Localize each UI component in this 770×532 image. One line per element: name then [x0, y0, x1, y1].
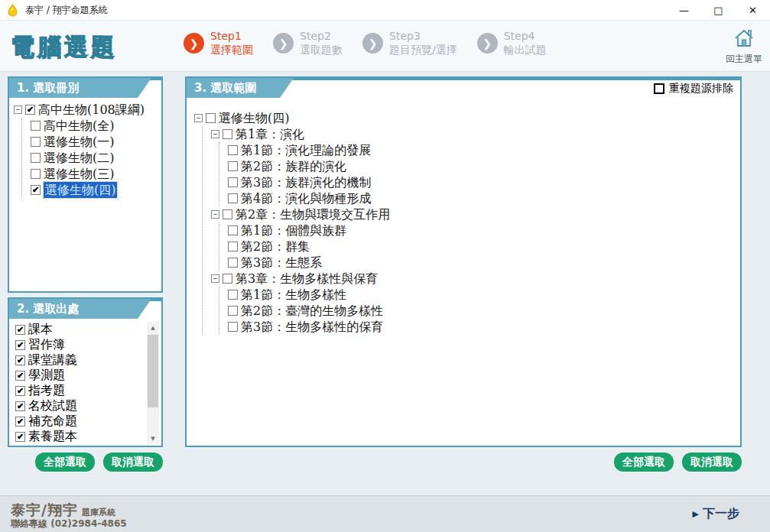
list-item[interactable]: ✔指考題: [15, 383, 145, 398]
checkbox[interactable]: [228, 161, 238, 171]
tree-item-label[interactable]: 第1節：生物多樣性: [241, 287, 346, 303]
checkbox[interactable]: [223, 129, 232, 139]
tree-item-label[interactable]: 第1節：演化理論的發展: [241, 142, 371, 158]
tree-item[interactable]: 選修生物(二): [22, 150, 158, 166]
tree-item-chapter[interactable]: −第1章：演化: [203, 126, 737, 142]
tree-item[interactable]: 選修生物(一): [22, 134, 158, 150]
checkbox[interactable]: ✔: [15, 325, 25, 335]
list-item[interactable]: ✔課堂講義: [15, 352, 145, 368]
checkbox[interactable]: [206, 113, 216, 123]
select-all-sources-button[interactable]: 全部選取: [35, 453, 95, 472]
tree-item-chapter[interactable]: −第2章：生物與環境交互作用: [203, 206, 737, 222]
checkbox[interactable]: [228, 322, 238, 332]
checkbox[interactable]: [228, 242, 238, 251]
tree-item-section[interactable]: 第2節：群集: [219, 238, 737, 255]
checkbox[interactable]: [31, 169, 41, 179]
list-item[interactable]: ✔學測題: [15, 368, 145, 383]
tree-item-label[interactable]: 第1節：個體與族群: [241, 222, 346, 238]
tree-item[interactable]: ✔選修生物(四): [22, 182, 158, 198]
tree-item-section[interactable]: 第1節：生物多樣性: [219, 287, 737, 303]
checkbox[interactable]: ✔: [15, 355, 25, 365]
tree-item[interactable]: 高中生物(全): [22, 118, 158, 134]
expander-icon[interactable]: −: [194, 114, 203, 122]
checkbox[interactable]: [31, 153, 41, 163]
checkbox[interactable]: [228, 306, 238, 316]
minimize-button[interactable]: —: [667, 0, 701, 20]
list-item[interactable]: ✔名校試題: [15, 398, 145, 414]
tree-item-label[interactable]: 選修生物(四): [219, 110, 289, 126]
checkbox[interactable]: ✔: [31, 185, 41, 195]
tree-item[interactable]: 選修生物(三): [22, 166, 158, 182]
tree-item-label[interactable]: 選修生物(二): [44, 150, 114, 166]
tree-item-section[interactable]: 第1節：個體與族群: [219, 222, 737, 238]
expander-icon[interactable]: −: [211, 130, 219, 138]
tree-item-label[interactable]: 選修生物(三): [44, 166, 114, 182]
tree-item-section[interactable]: 第1節：演化理論的發展: [219, 142, 737, 158]
tree-item-label[interactable]: 第3章：生物多樣性與保育: [236, 271, 378, 287]
expander-icon[interactable]: −: [14, 105, 22, 114]
checkbox[interactable]: [228, 225, 238, 235]
checkbox[interactable]: ✔: [25, 105, 35, 115]
scrollbar-thumb[interactable]: [148, 335, 158, 407]
tree-item-label[interactable]: 第1章：演化: [236, 126, 304, 142]
tree-item-label[interactable]: 高中生物(全): [44, 118, 114, 134]
step-4[interactable]: ❯Step4輸出試題: [477, 30, 547, 57]
checkbox[interactable]: [228, 290, 238, 300]
list-item[interactable]: ✔補充命題: [15, 414, 145, 429]
checkbox[interactable]: ✔: [15, 417, 25, 427]
checkbox[interactable]: [228, 258, 238, 268]
deselect-sources-button[interactable]: 取消選取: [103, 453, 163, 472]
list-item[interactable]: ✔素養題本: [15, 429, 145, 444]
scrollbar[interactable]: ▲ ▼: [147, 322, 159, 444]
checkbox[interactable]: [223, 209, 232, 219]
tree-item-label[interactable]: 第3節：族群演化的機制: [241, 174, 371, 190]
close-button[interactable]: ✕: [736, 0, 770, 20]
tree-item-label[interactable]: 第2章：生物與環境交互作用: [236, 206, 390, 222]
step-2[interactable]: ❯Step2選取題數: [273, 30, 343, 57]
tree-item-chapter[interactable]: −第3章：生物多樣性與保育: [203, 271, 737, 287]
maximize-button[interactable]: □: [701, 0, 736, 20]
next-step-button[interactable]: ▶ 下一步: [693, 506, 739, 522]
checkbox[interactable]: ✔: [15, 386, 25, 396]
checkbox[interactable]: ✔: [15, 340, 25, 350]
checkbox[interactable]: [31, 137, 41, 147]
checkbox[interactable]: ✔: [15, 432, 25, 442]
tree-item-section[interactable]: 第3節：生物多樣性的保育: [219, 319, 737, 335]
tree-item-label[interactable]: 第4節：演化與物種形成: [241, 190, 371, 206]
scroll-down-icon[interactable]: ▼: [147, 433, 159, 444]
tree-item-root[interactable]: −✔高中生物(108課綱): [14, 102, 158, 118]
tree-item-label[interactable]: 高中生物(108課綱): [38, 102, 145, 118]
checkbox[interactable]: [228, 145, 238, 155]
home-button[interactable]: 回主選單: [724, 28, 764, 66]
tree-item-label[interactable]: 第3節：生態系: [241, 255, 322, 271]
checkbox[interactable]: [228, 177, 238, 187]
dedup-checkbox[interactable]: [654, 83, 664, 94]
checkbox[interactable]: [223, 274, 232, 284]
expander-icon[interactable]: −: [211, 274, 219, 283]
checkbox[interactable]: [31, 121, 41, 131]
list-item[interactable]: ✔課本: [15, 322, 145, 337]
tree-item-label[interactable]: 選修生物(四): [44, 182, 117, 198]
tree-item-label[interactable]: 第2節：族群的演化: [241, 158, 346, 174]
tree-item-label[interactable]: 第2節：群集: [241, 238, 310, 255]
scroll-up-icon[interactable]: ▲: [147, 322, 159, 333]
tree-item-section[interactable]: 第4節：演化與物種形成: [219, 190, 737, 206]
expander-icon[interactable]: −: [211, 210, 219, 219]
deselect-range-button[interactable]: 取消選取: [682, 453, 742, 472]
checkbox[interactable]: [228, 193, 238, 203]
step-1[interactable]: ❯Step1選擇範圍: [184, 30, 253, 57]
tree-item-label[interactable]: 選修生物(一): [44, 134, 114, 150]
tree-item-label[interactable]: 第2節：臺灣的生物多樣性: [241, 303, 383, 319]
dedup-option[interactable]: 重複題源排除: [654, 82, 733, 96]
tree-item-section[interactable]: 第2節：臺灣的生物多樣性: [219, 303, 737, 319]
tree-item-section[interactable]: 第3節：生態系: [219, 255, 737, 271]
tree-item-root[interactable]: −選修生物(四): [194, 110, 737, 126]
list-item[interactable]: ✔習作簿: [15, 337, 145, 352]
tree-item-label[interactable]: 第3節：生物多樣性的保育: [241, 319, 383, 335]
select-all-range-button[interactable]: 全部選取: [614, 453, 674, 472]
step-3[interactable]: ❯Step3題目預覽/選擇: [362, 30, 457, 57]
tree-item-section[interactable]: 第2節：族群的演化: [219, 158, 737, 174]
checkbox[interactable]: ✔: [15, 371, 25, 381]
tree-item-section[interactable]: 第3節：族群演化的機制: [219, 174, 737, 190]
checkbox[interactable]: ✔: [15, 401, 25, 411]
